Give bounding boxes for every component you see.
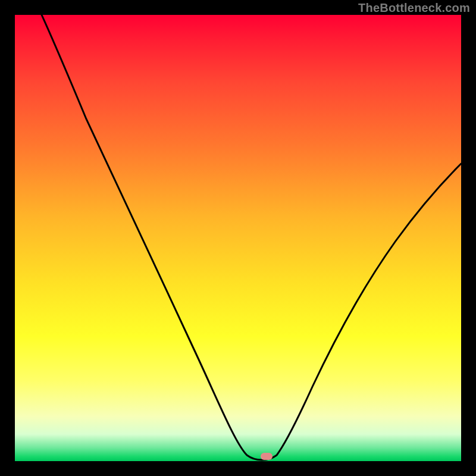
chart-plot-area — [15, 15, 461, 461]
watermark-label: TheBottleneck.com — [358, 1, 470, 15]
chart-stage: TheBottleneck.com — [0, 0, 476, 476]
bottleneck-curve — [15, 15, 461, 461]
curve-path — [42, 15, 461, 460]
optimum-marker — [261, 453, 273, 460]
